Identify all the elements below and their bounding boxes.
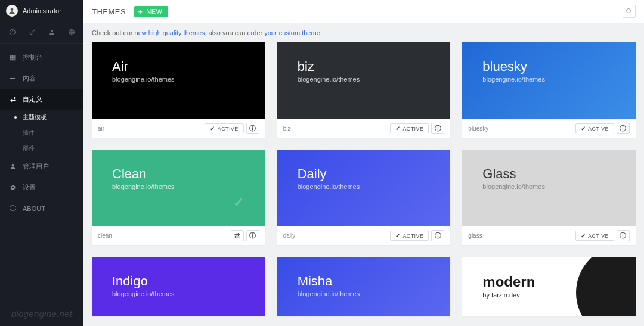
theme-subtitle: blogengine.io/themes bbox=[298, 183, 431, 190]
power-icon[interactable] bbox=[8, 27, 17, 37]
theme-preview[interactable]: Glassblogengine.io/themes bbox=[462, 150, 636, 226]
intro-text: Check out our new high quality themes, a… bbox=[92, 29, 636, 36]
search-button[interactable] bbox=[623, 5, 636, 18]
svg-point-4 bbox=[51, 30, 53, 32]
theme-card-indigo: Indigoblogengine.io/themes bbox=[92, 257, 265, 316]
theme-title: Misha bbox=[298, 274, 431, 289]
theme-card-daily: Dailyblogengine.io/themesdaily✓ACTIVEⓘ bbox=[277, 150, 451, 245]
info-icon: ⓘ bbox=[620, 124, 626, 133]
nav-label: 自定义 bbox=[23, 95, 42, 104]
content: Check out our new high quality themes, a… bbox=[83, 23, 644, 326]
theme-card-misha: Mishablogengine.io/themes bbox=[277, 257, 451, 316]
new-button[interactable]: + NEW bbox=[134, 6, 168, 17]
theme-footer: biz✓ACTIVEⓘ bbox=[277, 119, 451, 138]
dashboard-icon: ▦ bbox=[8, 54, 17, 61]
theme-preview[interactable]: Cleanblogengine.io/themes bbox=[92, 150, 265, 226]
info-button[interactable]: ⓘ bbox=[617, 230, 630, 241]
content-icon: ☰ bbox=[8, 74, 17, 82]
theme-preview[interactable]: Mishablogengine.io/themes bbox=[277, 257, 451, 316]
theme-subtitle: blogengine.io/themes bbox=[482, 183, 615, 190]
theme-footer: air✓ACTIVEⓘ bbox=[92, 119, 265, 138]
svg-point-6 bbox=[11, 164, 14, 167]
nav-label: 管理用户 bbox=[23, 162, 49, 171]
theme-title: Air bbox=[112, 59, 245, 74]
active-button[interactable]: ✓ACTIVE bbox=[575, 123, 614, 133]
active-button[interactable]: ✓ACTIVE bbox=[390, 123, 429, 133]
nav-sub-widgets[interactable]: 部件 bbox=[0, 141, 83, 156]
plus-icon: + bbox=[138, 8, 143, 15]
theme-subtitle: blogengine.io/themes bbox=[112, 183, 245, 190]
active-button[interactable]: ✓ACTIVE bbox=[390, 231, 429, 241]
nav-sub-themes[interactable]: 主题模板 bbox=[0, 110, 83, 125]
link-order-custom[interactable]: order your custom theme bbox=[247, 29, 320, 36]
info-button[interactable]: ⓘ bbox=[431, 123, 444, 134]
theme-title: Daily bbox=[298, 166, 431, 182]
sidebar: Administrator ▦ 控制台 ☰ 内容 ⇄ 自定义 主题模板 插件 bbox=[0, 0, 83, 326]
theme-card-modern: modernby farzin.dev bbox=[462, 257, 636, 316]
nav-label: 控制台 bbox=[23, 53, 42, 62]
theme-footer: bluesky✓ACTIVEⓘ bbox=[462, 119, 636, 138]
theme-card-glass: Glassblogengine.io/themesglass✓ACTIVEⓘ bbox=[462, 150, 636, 245]
nav-item-about[interactable]: ⓘ ABOUT bbox=[0, 198, 83, 219]
theme-preview[interactable]: blueskyblogengine.io/themes bbox=[462, 42, 636, 119]
link-high-quality-themes[interactable]: new high quality themes bbox=[135, 29, 205, 36]
globe-icon[interactable] bbox=[67, 27, 76, 37]
active-label: ACTIVE bbox=[218, 126, 239, 132]
active-button[interactable]: ✓ACTIVE bbox=[205, 123, 243, 133]
theme-subtitle: blogengine.io/themes bbox=[298, 290, 431, 297]
theme-preview[interactable]: bizblogengine.io/themes bbox=[277, 42, 451, 119]
nav-item-users[interactable]: 管理用户 bbox=[0, 156, 83, 177]
info-icon: ⓘ bbox=[435, 124, 441, 133]
theme-name-label: daily bbox=[283, 232, 388, 239]
footer-logo: blogengine.net bbox=[0, 309, 83, 319]
switch-button[interactable]: ⇄ bbox=[231, 230, 244, 241]
key-icon[interactable] bbox=[27, 27, 37, 37]
theme-card-bluesky: blueskyblogengine.io/themesbluesky✓ACTIV… bbox=[462, 42, 636, 138]
active-label: ACTIVE bbox=[402, 126, 423, 132]
themes-grid: Airblogengine.io/themesair✓ACTIVEⓘbizblo… bbox=[92, 42, 636, 316]
customize-icon: ⇄ bbox=[8, 95, 17, 103]
user-icon[interactable] bbox=[47, 27, 57, 37]
nav-item-dashboard[interactable]: ▦ 控制台 bbox=[0, 47, 83, 68]
theme-preview[interactable]: Indigoblogengine.io/themes bbox=[92, 257, 265, 316]
theme-name-label: bluesky bbox=[468, 125, 572, 132]
theme-preview[interactable]: Airblogengine.io/themes bbox=[92, 42, 265, 119]
nav-item-content[interactable]: ☰ 内容 bbox=[0, 68, 83, 89]
theme-title: modern bbox=[482, 274, 615, 290]
page-title: THEMES bbox=[92, 7, 126, 16]
main: THEMES + NEW Check out our new high qual… bbox=[83, 0, 644, 326]
info-button[interactable]: ⓘ bbox=[246, 230, 259, 241]
theme-name-label: glass bbox=[468, 232, 572, 239]
active-button[interactable]: ✓ACTIVE bbox=[575, 231, 614, 241]
nav-label: ABOUT bbox=[23, 205, 45, 212]
theme-subtitle: blogengine.io/themes bbox=[112, 76, 245, 83]
nav-sub-plugins[interactable]: 插件 bbox=[0, 125, 83, 141]
active-label: ACTIVE bbox=[588, 233, 609, 239]
theme-preview[interactable]: modernby farzin.dev bbox=[462, 257, 636, 316]
svg-point-3 bbox=[30, 32, 32, 35]
theme-name-label: air bbox=[98, 125, 202, 132]
about-icon: ⓘ bbox=[8, 204, 17, 213]
quick-icon-row bbox=[0, 21, 83, 44]
nav-item-customize[interactable]: ⇄ 自定义 bbox=[0, 89, 83, 110]
theme-title: biz bbox=[298, 59, 431, 74]
theme-preview[interactable]: Dailyblogengine.io/themes bbox=[277, 150, 451, 226]
user-name: Administrator bbox=[23, 7, 61, 14]
nav-label: 设置 bbox=[23, 183, 36, 192]
info-icon: ⓘ bbox=[249, 124, 256, 133]
theme-title: Indigo bbox=[112, 274, 245, 289]
check-icon: ✓ bbox=[395, 232, 400, 239]
theme-name-label: clean bbox=[98, 232, 228, 239]
check-icon: ✓ bbox=[395, 125, 400, 132]
nav-item-settings[interactable]: ✿ 设置 bbox=[0, 177, 83, 198]
active-label: ACTIVE bbox=[402, 233, 423, 239]
theme-title: Clean bbox=[112, 166, 245, 182]
info-button[interactable]: ⓘ bbox=[617, 123, 630, 134]
theme-footer: daily✓ACTIVEⓘ bbox=[277, 226, 451, 245]
info-button[interactable]: ⓘ bbox=[431, 230, 444, 241]
info-button[interactable]: ⓘ bbox=[246, 123, 259, 134]
theme-footer: glass✓ACTIVEⓘ bbox=[462, 226, 636, 245]
check-icon: ✓ bbox=[581, 125, 586, 132]
sidebar-header[interactable]: Administrator bbox=[0, 0, 83, 21]
search-icon bbox=[626, 8, 633, 15]
